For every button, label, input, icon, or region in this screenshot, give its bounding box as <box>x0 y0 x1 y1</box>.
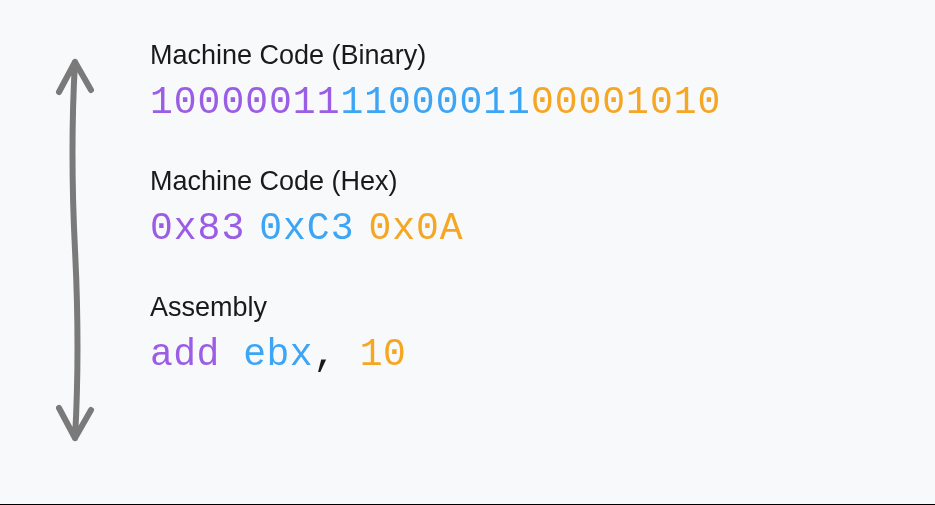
hex-section: Machine Code (Hex) 0x830xC30x0A <box>150 166 895 250</box>
asm-register: ebx <box>243 333 313 376</box>
binary-opcode: 10000011 <box>150 81 340 124</box>
binary-value: 100000111100001100001010 <box>150 81 895 124</box>
hex-imm: 0x0A <box>368 207 463 250</box>
hex-label: Machine Code (Hex) <box>150 166 895 197</box>
hex-modrm: 0xC3 <box>259 207 354 250</box>
asm-comma: , <box>313 333 336 376</box>
hex-value: 0x830xC30x0A <box>150 207 895 250</box>
hex-opcode: 0x83 <box>150 207 245 250</box>
asm-mnemonic: add <box>150 333 220 376</box>
assembly-label: Assembly <box>150 292 895 323</box>
assembly-section: Assembly add ebx, 10 <box>150 292 895 376</box>
assembly-value: add ebx, 10 <box>150 333 895 376</box>
binary-imm: 00001010 <box>531 81 721 124</box>
double-arrow-icon <box>30 40 120 474</box>
asm-immediate: 10 <box>360 333 407 376</box>
binary-label: Machine Code (Binary) <box>150 40 895 71</box>
binary-modrm: 11000011 <box>340 81 530 124</box>
binary-section: Machine Code (Binary) 100000111100001100… <box>150 40 895 124</box>
